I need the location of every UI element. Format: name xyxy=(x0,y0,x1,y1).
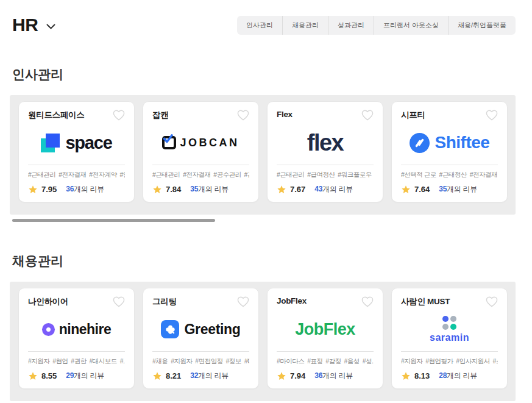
reviews-link[interactable]: 29개의 리뷰 xyxy=(66,371,104,381)
app-logo: JOBCAN xyxy=(152,121,249,165)
category-dropdown[interactable]: HR xyxy=(12,15,55,35)
jobflex-logo: JobFlex xyxy=(295,320,355,339)
heart-icon[interactable] xyxy=(237,296,249,307)
app-card[interactable]: Flexflex#근태관리 #급여정산 #워크플로우 #...7.6743개의 … xyxy=(267,101,383,202)
app-name: 그리팅 xyxy=(152,296,177,307)
rating-row: 7.6743개의 리뷰 xyxy=(277,184,374,194)
review-suffix: 개의 리뷰 xyxy=(74,185,104,193)
rating-value: 8.13 xyxy=(414,371,430,380)
heart-icon[interactable] xyxy=(113,296,125,307)
card-row: 나인하이어 ninehire#지원자 #협업 #권한 #대시보드 #...8.5… xyxy=(10,282,516,401)
reviews-link[interactable]: 36개의 리뷰 xyxy=(66,184,104,194)
star-icon xyxy=(28,185,38,194)
card-divider xyxy=(277,165,374,165)
star-icon xyxy=(152,185,162,194)
nav-tab-3[interactable]: 성과관리 xyxy=(328,16,374,35)
card-divider xyxy=(277,351,374,352)
rating-value: 8.55 xyxy=(41,371,57,380)
nav-tabs: 인사관리채용관리성과관리프리랜서 아웃소싱채용/취업플랫폼 xyxy=(237,16,516,35)
rating-row: 7.6435개의 리뷰 xyxy=(401,184,498,194)
card-divider xyxy=(28,165,125,165)
app-card[interactable]: 잡캔 JOBCAN#근태관리 #전자결재 #공수관리 #근...7.8435개의… xyxy=(143,101,259,202)
heart-icon[interactable] xyxy=(361,110,374,121)
reviews-link[interactable]: 35개의 리뷰 xyxy=(190,184,229,194)
star-icon xyxy=(277,185,286,194)
app-logo: space xyxy=(28,121,125,165)
app-tags: #채용 #지원자 #면접일정 #정보 #G... xyxy=(152,357,249,366)
category-section: 인사관리원티드스페이스 space#근태관리 #전자결재 #전자계약 #인...… xyxy=(0,66,532,222)
app-tags: #지원자 #협업 #권한 #대시보드 #... xyxy=(28,357,125,366)
app-logo: saramin xyxy=(401,307,498,351)
card-header: Flex xyxy=(277,110,374,121)
nav-tab-5[interactable]: 채용/취업플랫폼 xyxy=(448,16,516,35)
app-tags: #근태관리 #전자결재 #전자계약 #인... xyxy=(28,171,125,179)
review-suffix: 개의 리뷰 xyxy=(198,185,229,193)
review-suffix: 개의 리뷰 xyxy=(322,371,353,380)
review-count: 43 xyxy=(314,185,322,193)
app-card[interactable]: JobFlexJobFlex#마이다스 #표정 #감정 #음성 #성...7.9… xyxy=(267,288,383,389)
chevron-down-icon xyxy=(46,24,55,29)
nav-tab-2[interactable]: 채용관리 xyxy=(282,16,328,35)
wanted-space-logo: space xyxy=(41,133,112,153)
app-card[interactable]: 시프티 Shiftee#선택적 근로 #근태정산 #전자결재 #...7.643… xyxy=(391,101,508,202)
logo-text: space xyxy=(65,133,112,153)
app-card[interactable]: 사람인 MUST saramin#지원자 #협업평가 #입사지원서 #스...8… xyxy=(391,288,508,389)
app-card[interactable]: 나인하이어 ninehire#지원자 #협업 #권한 #대시보드 #...8.5… xyxy=(18,288,135,389)
logo-text: JobFlex xyxy=(295,320,355,339)
star-icon xyxy=(277,371,286,381)
saramin-dots-icon xyxy=(442,316,456,330)
reviews-link[interactable]: 35개의 리뷰 xyxy=(439,184,477,194)
card-divider xyxy=(401,351,498,352)
app-tags: #지원자 #협업평가 #입사지원서 #스... xyxy=(401,357,498,366)
reviews-link[interactable]: 32개의 리뷰 xyxy=(190,371,229,381)
rating-row: 8.1328개의 리뷰 xyxy=(401,371,498,381)
jobcan-logo: JOBCAN xyxy=(162,136,239,149)
heart-icon[interactable] xyxy=(113,110,125,121)
reviews-link[interactable]: 36개의 리뷰 xyxy=(314,371,353,381)
logo-text: flex xyxy=(307,130,343,156)
app-card[interactable]: 원티드스페이스 space#근태관리 #전자결재 #전자계약 #인...7.95… xyxy=(18,101,135,202)
rating-value: 7.84 xyxy=(166,185,181,194)
star-icon xyxy=(401,185,411,194)
app-name: Flex xyxy=(277,110,293,119)
rating-value: 7.95 xyxy=(41,185,57,194)
app-name: 잡캔 xyxy=(152,110,168,121)
rating-value: 7.94 xyxy=(290,371,305,380)
review-count: 35 xyxy=(190,185,198,193)
rating-row: 7.8435개의 리뷰 xyxy=(152,184,249,194)
category-section: 채용관리나인하이어 ninehire#지원자 #협업 #권한 #대시보드 #..… xyxy=(0,252,532,403)
top-bar: HR 인사관리채용관리성과관리프리랜서 아웃소싱채용/취업플랫폼 xyxy=(0,0,532,35)
jobcan-check-icon xyxy=(162,136,176,149)
heart-icon[interactable] xyxy=(486,110,498,121)
star-icon xyxy=(28,371,38,381)
review-suffix: 개의 리뷰 xyxy=(322,185,353,193)
app-logo: Shiftee xyxy=(401,121,498,165)
card-header: JobFlex xyxy=(277,296,374,307)
heart-icon[interactable] xyxy=(486,296,498,307)
review-count: 29 xyxy=(66,371,74,380)
card-divider xyxy=(28,351,125,352)
reviews-link[interactable]: 43개의 리뷰 xyxy=(314,184,353,194)
app-name: JobFlex xyxy=(277,296,307,305)
horizontal-scrollbar[interactable] xyxy=(12,219,215,222)
app-card[interactable]: 그리팅 Greeting#채용 #지원자 #면접일정 #정보 #G...8.21… xyxy=(143,288,259,389)
card-divider xyxy=(152,165,249,165)
nav-tab-1[interactable]: 인사관리 xyxy=(237,16,282,35)
greeting-logo: Greeting xyxy=(161,320,240,338)
rating-row: 7.9436개의 리뷰 xyxy=(277,371,374,381)
ninehire-logo: ninehire xyxy=(42,321,111,338)
card-row: 원티드스페이스 space#근태관리 #전자결재 #전자계약 #인...7.95… xyxy=(10,95,516,215)
greeting-clover-icon xyxy=(161,320,179,338)
rating-value: 7.67 xyxy=(290,185,305,194)
review-count: 36 xyxy=(314,371,322,380)
section-heading: 채용관리 xyxy=(12,252,532,269)
review-count: 35 xyxy=(439,185,447,193)
rating-value: 8.21 xyxy=(166,371,181,380)
logo-text: Shiftee xyxy=(435,133,490,152)
heart-icon[interactable] xyxy=(237,110,249,121)
nav-tab-4[interactable]: 프리랜서 아웃소싱 xyxy=(374,16,448,35)
shiftee-circle-icon xyxy=(410,133,430,153)
reviews-link[interactable]: 28개의 리뷰 xyxy=(439,371,477,381)
review-suffix: 개의 리뷰 xyxy=(447,185,477,193)
heart-icon[interactable] xyxy=(361,296,374,307)
